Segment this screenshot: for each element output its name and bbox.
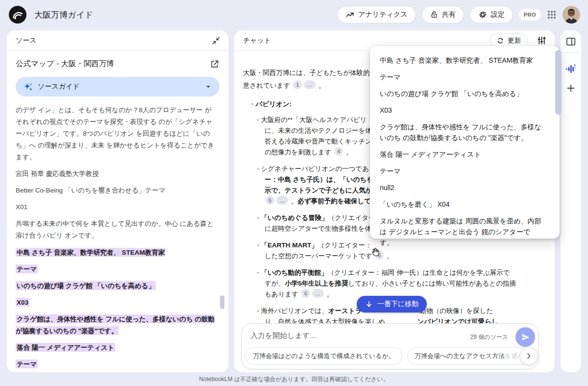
- chat-text: すが、: [265, 280, 285, 287]
- notebooklm-app: 大阪万博ガイド アナリティクス 共有 設定 PRO: [0, 0, 588, 386]
- source-paragraph: いのちの遊び場 クラゲ館 「いのちを高める」: [16, 280, 216, 291]
- suggestion-chip[interactable]: 万博会場はどのような構造で構成されているか。: [245, 347, 402, 365]
- citation-paragraph: X03: [380, 105, 543, 116]
- chat-text: 。: [317, 82, 325, 89]
- citation-badge[interactable]: 5: [266, 196, 274, 205]
- sources-panel-title: ソース: [16, 36, 37, 45]
- citation-popup-text: 中島 さち子 音楽家、数学研究者、 STEAM教育家テーマいのちの遊び場 クラゲ…: [380, 55, 543, 248]
- share-button[interactable]: 共有: [422, 6, 464, 24]
- chat-text: の想像力を刺激します: [265, 148, 333, 156]
- chat-text: 大阪府の**「大阪ヘルスケアパビリ: [261, 116, 367, 123]
- chat-input[interactable]: 入力を開始します...: [250, 331, 316, 340]
- plus-icon[interactable]: [565, 82, 577, 94]
- citation-paragraph: 落合 陽一 メディアアーティスト: [380, 149, 543, 160]
- chat-text: 海外パビリオンでは、: [261, 307, 328, 314]
- chat-text: しており、小さい子どもには怖い可能性があるとの指摘: [348, 280, 516, 287]
- source-paragraph: Better Co-Being 「いのちを響き合わせる」テーマ: [16, 185, 216, 196]
- chat-text: した空想のスーパーマーケットです: [265, 252, 374, 260]
- header-actions: アナリティクス 共有 設定 PRO: [337, 6, 580, 24]
- citation-badge[interactable]: 1: [293, 80, 302, 89]
- citation-badge[interactable]: …: [312, 289, 324, 298]
- chat-text: 意されています: [243, 82, 292, 89]
- chat-text: 「いのちめぐる冒険」: [261, 214, 328, 221]
- lock-icon: [430, 11, 438, 19]
- source-doc-title: 公式マップ - 大阪・関西万博: [16, 59, 114, 69]
- chat-text: 。: [325, 290, 333, 298]
- citation-badge[interactable]: 6: [301, 289, 310, 298]
- avatar[interactable]: [563, 6, 580, 24]
- chat-text: もあります: [265, 290, 300, 298]
- gear-icon: [478, 10, 487, 19]
- citation-paragraph: いのちの遊び場 クラゲ館 「いのちを高める」: [380, 88, 543, 99]
- chat-text: オーストラ: [328, 307, 362, 314]
- citation-paragraph: null2: [380, 182, 543, 193]
- source-guide-text: のデザ イン」とは、そもそも何なのか？8人のプロデューサー がそれぞれの視点でそ…: [7, 104, 228, 372]
- citation-paragraph: テーマ: [380, 166, 543, 176]
- citation-popup: 中島 さち子 音楽家、数学研究者、 STEAM教育家テーマいのちの遊び場 クラゲ…: [370, 46, 560, 239]
- chat-text: 答える冷蔵庫や音声で動くキッチン: [265, 138, 372, 145]
- suggestion-text: 万博会場はどのような構造で構成されているか。: [253, 352, 395, 361]
- chat-text: （クリエイター：福岡 伸一氏）は生命とは何かを学ぶ展示で: [328, 269, 510, 276]
- citation-paragraph: クラゲ館は、身体性や感性を フルに使った、多様ないのち の鼓動が協奏するいのちの…: [380, 121, 543, 143]
- chat-text: 示で、テストランで子どもに人気が: [265, 187, 372, 194]
- source-paragraph: 中島 さち子 音楽家、数学研究者、 STEAM教育家: [16, 246, 216, 258]
- source-paragraph: テーマ: [16, 358, 216, 370]
- share-label: 共有: [442, 10, 456, 19]
- sources-count: 29 個のソース: [470, 333, 508, 341]
- refresh-label: 更新: [508, 36, 521, 45]
- scroll-to-bottom-button[interactable]: 一番下に移動: [357, 296, 427, 313]
- citation-badge[interactable]: …: [304, 80, 316, 89]
- send-icon: [521, 333, 530, 342]
- suggestion-chip[interactable]: 万博会場への主なアクセス方法を述べ: [407, 347, 532, 365]
- chat-text: に超時空シアターで生物多様性を体: [265, 225, 371, 232]
- open-panel-icon[interactable]: [565, 36, 577, 48]
- citation-paragraph: テーマ: [380, 72, 543, 82]
- source-paragraph: 共鳴する未来の中で何を 本質として見出すのか。中心 にある森と溶け合うパビリ オ…: [16, 218, 216, 241]
- send-button[interactable]: [515, 327, 535, 347]
- tune-icon[interactable]: [537, 35, 547, 46]
- sources-panel: ソース 公式マップ - 大阪・関西万博 ソースガイド のデザ イン」とは、そもそ…: [7, 30, 228, 372]
- citation-badge[interactable]: 4: [334, 147, 343, 156]
- collapse-panel-icon[interactable]: [212, 36, 220, 45]
- chat-line: ◦ 「いのち動的平衡館」（クリエイター：福岡 伸一氏）は生命とは何かを学ぶ展示で: [243, 267, 555, 278]
- divider: [561, 52, 581, 53]
- analytics-button[interactable]: アナリティクス: [337, 6, 416, 24]
- source-paragraph: クラゲ館は、身体性や感性を フルに使った、多様ないのち の鼓動が協奏するいのちの…: [16, 313, 216, 337]
- pro-badge: PRO: [519, 9, 541, 21]
- source-guide-button[interactable]: ソースガイド: [16, 77, 220, 96]
- citation-badge[interactable]: 6: [375, 251, 384, 260]
- settings-label: 設定: [491, 10, 505, 19]
- source-paragraph: X03: [16, 296, 216, 308]
- chat-input-card: 入力を開始します... 29 個のソース 万博会場はどのような構造で構成されてい…: [241, 323, 539, 369]
- chat-text: （クリエイター: [328, 214, 375, 221]
- chat-text: 「いのち動的平衡館」: [261, 269, 328, 276]
- chevron-right-icon: [525, 352, 533, 360]
- app-header: 大阪万博ガイド アナリティクス 共有 設定 PRO: [0, 0, 588, 29]
- refresh-icon: [496, 37, 504, 45]
- scrollbar-thumb[interactable]: [555, 50, 562, 115]
- chat-text: 大阪・関西万博には、子どもたちが体験的: [243, 69, 370, 76]
- audio-waveform-icon[interactable]: [565, 63, 577, 74]
- citation-paragraph: 「いのちを磨く」 X04: [380, 199, 543, 210]
- chevron-down-icon: [205, 83, 212, 90]
- open-in-new-icon[interactable]: [210, 59, 220, 69]
- sources-panel-header: ソース: [7, 30, 228, 51]
- chat-text: ◦: [257, 241, 261, 249]
- scroll-to-bottom-label: 一番下に移動: [377, 300, 418, 309]
- chat-text: パビリオン:: [256, 100, 292, 108]
- scrollbar-thumb[interactable]: [220, 295, 224, 309]
- analytics-label: アナリティクス: [358, 10, 407, 19]
- chat-text: ー：中島 さち子氏）は、「いのちを高: [265, 176, 380, 183]
- citation-badge[interactable]: …: [276, 196, 288, 205]
- next-suggestions-button[interactable]: [520, 347, 538, 365]
- source-paragraph: 宮田 裕章 慶応義塾大学教授: [16, 168, 216, 180]
- settings-button[interactable]: 設定: [470, 6, 513, 24]
- refresh-button[interactable]: 更新: [490, 33, 528, 48]
- chat-text: 。: [385, 252, 393, 260]
- chat-text: 「EARTH MART」: [261, 241, 318, 249]
- apps-grid-icon[interactable]: [547, 10, 557, 20]
- suggestion-text: 万博会場への主なアクセス方法: [415, 352, 505, 361]
- chat-text: 小学5年生以上を推奨: [285, 280, 348, 287]
- trending-up-icon: [345, 10, 354, 19]
- source-paragraph: のデザ イン」とは、そもそも何なのか？8人のプロデューサー がそれぞれの視点でそ…: [16, 104, 216, 163]
